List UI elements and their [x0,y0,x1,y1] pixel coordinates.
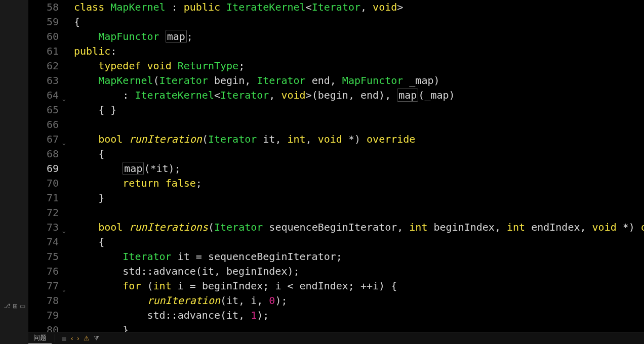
code-line[interactable]: : IterateKernel<Iterator, void>(begin, e… [74,88,644,103]
line-number[interactable]: 80 [28,323,59,332]
code-line[interactable]: { [74,147,644,161]
code-line[interactable]: bool runIterations(Iterator sequenceBegi… [74,220,644,235]
code-line[interactable]: MapFunctor map; [74,29,644,44]
line-numbers[interactable]: 58596061626364⌄656667⌄686970717273⌄74757… [28,0,68,332]
code-line[interactable]: Iterator it = sequenceBeginIterator; [74,249,644,264]
code-content[interactable]: class MapKernel : public IterateKernel<I… [74,0,644,332]
line-number[interactable]: 60 [28,29,59,44]
code-line[interactable]: for (int i = beginIndex; i < endIndex; +… [74,279,644,293]
activity-bottom-icons: ⎇ ⊞ ▭ [0,303,28,310]
code-line[interactable]: } [74,191,644,205]
line-number[interactable]: 75 [28,249,59,264]
code-line[interactable]: typedef void ReturnType; [74,59,644,73]
branch-icon[interactable]: ⎇ [4,303,11,310]
code-line[interactable]: map(*it); [74,161,644,176]
line-number[interactable]: 70 [28,176,59,191]
warning-icon[interactable]: ⚠ [84,334,90,342]
line-number[interactable]: 73⌄ [28,220,59,235]
panel-toolbar: ≣ ‹ › ⚠ ⧩ [58,334,102,342]
code-line[interactable]: std::advance(it, beginIndex); [74,264,644,279]
line-number[interactable]: 62 [28,59,59,73]
line-number[interactable]: 59 [28,15,59,29]
code-line[interactable]: public: [74,44,644,59]
fold-icon[interactable]: ⌄ [62,92,66,106]
fold-icon[interactable]: ⌄ [62,224,66,238]
next-marker-icon[interactable]: › [77,334,79,342]
code-line[interactable] [74,117,644,132]
window-icon[interactable]: ▭ [20,303,25,310]
line-number[interactable]: 65 [28,103,59,117]
new-panel-icon[interactable]: ⊞ [13,303,18,310]
code-line[interactable]: return false; [74,176,644,191]
bottom-panel: 问题 ≣ ‹ › ⚠ ⧩ [28,332,644,344]
code-line[interactable]: std::advance(it, 1); [74,308,644,323]
line-number[interactable]: 71 [28,191,59,205]
code-line[interactable]: } [74,323,644,332]
line-number[interactable]: 67⌄ [28,132,59,147]
code-line[interactable]: { } [74,103,644,117]
code-line[interactable] [74,205,644,220]
activity-bar: ⎇ ⊞ ▭ [0,0,28,344]
filter-icon[interactable]: ⧩ [94,334,99,342]
code-editor[interactable]: 58596061626364⌄656667⌄686970717273⌄74757… [28,0,644,332]
line-number[interactable]: 68 [28,147,59,161]
line-number[interactable]: 66 [28,117,59,132]
prev-marker-icon[interactable]: ‹ [71,334,73,342]
code-line[interactable]: runIteration(it, i, 0); [74,293,644,308]
line-number[interactable]: 72 [28,205,59,220]
line-number[interactable]: 76 [28,264,59,279]
line-number[interactable]: 61 [28,44,59,59]
panel-separator [55,334,55,342]
line-number[interactable]: 74 [28,235,59,249]
fold-icon[interactable]: ⌄ [62,282,66,297]
stack-icon[interactable]: ≣ [61,334,67,342]
code-line[interactable]: { [74,15,644,29]
line-number[interactable]: 79 [28,308,59,323]
fold-icon[interactable]: ⌄ [62,136,66,150]
code-line[interactable]: class MapKernel : public IterateKernel<I… [74,0,644,15]
line-number[interactable]: 63 [28,73,59,88]
code-line[interactable]: { [74,235,644,249]
code-line[interactable]: MapKernel(Iterator begin, Iterator end, … [74,73,644,88]
line-number[interactable]: 58 [28,0,59,15]
line-number[interactable]: 78 [28,293,59,308]
line-number[interactable]: 77⌄ [28,279,59,293]
line-number[interactable]: 64⌄ [28,88,59,103]
tab-problems[interactable]: 问题 [28,332,52,344]
line-number[interactable]: 69 [28,161,59,176]
code-line[interactable]: bool runIteration(Iterator it, int, void… [74,132,644,147]
gutter: 58596061626364⌄656667⌄686970717273⌄74757… [28,0,68,332]
